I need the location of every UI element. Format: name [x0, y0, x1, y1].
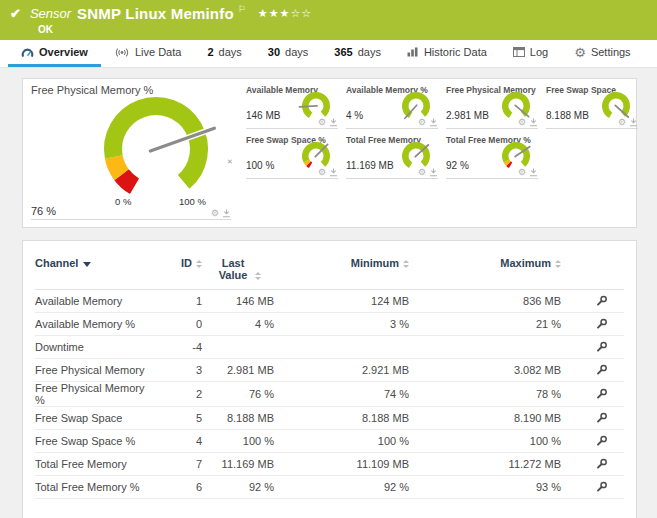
broadcast-icon [114, 47, 130, 58]
gauge-tile: Free Physical Memory2.981 MB⚙ [446, 83, 538, 129]
gauge-value: 100 % [246, 160, 274, 171]
gear-icon[interactable]: ⚙ [318, 118, 326, 127]
pin-icon[interactable] [529, 168, 538, 177]
main-gauge-tile: Free Physical Memory % ✕ 0 % 100 % 76 % … [31, 84, 231, 220]
minimum-cell: 74 % [274, 388, 409, 400]
check-icon: ✔ [10, 6, 21, 21]
table-row: Free Swap Space %4100 %100 %100 % [35, 430, 624, 453]
channel-cell: Total Free Memory [35, 458, 157, 470]
gear-icon[interactable]: ⚙ [518, 168, 526, 177]
channel-cell: Available Memory [35, 295, 157, 307]
pin-icon[interactable] [429, 168, 438, 177]
channel-cell: Downtime [35, 341, 157, 353]
column-header-last-value[interactable]: Last Value [202, 257, 274, 281]
tab-settings[interactable]: ⚙ Settings [561, 40, 643, 67]
pin-icon[interactable] [222, 209, 231, 218]
table-row: Free Physical Memory32.981 MB2.921 MB3.0… [35, 359, 624, 382]
gauge-scale-max: 100 % [179, 196, 206, 207]
last-value-cell: 2.981 MB [202, 364, 274, 376]
gauge-icon [21, 47, 34, 58]
pin-icon[interactable] [529, 118, 538, 127]
tab-label: days [358, 46, 381, 58]
gear-icon[interactable]: ⚙ [518, 118, 526, 127]
maximum-cell: 3.082 MB [409, 364, 561, 376]
minimum-cell: 92 % [274, 481, 409, 493]
gauge-actions: ⚙ [211, 209, 231, 218]
maximum-cell: 100 % [409, 435, 561, 447]
channel-cell: Free Physical Memory % [35, 382, 157, 406]
table-row: Total Free Memory711.169 MB11.109 MB11.2… [35, 453, 624, 476]
channel-settings-icon[interactable] [595, 341, 608, 353]
minimum-cell: 100 % [274, 435, 409, 447]
tab-historic-data[interactable]: Historic Data [394, 40, 500, 67]
column-header-minimum[interactable]: Minimum [274, 257, 409, 269]
gear-icon[interactable]: ⚙ [618, 118, 626, 127]
tab-live-data[interactable]: Live Data [101, 40, 194, 67]
tab-30-days[interactable]: 30days [255, 40, 322, 67]
last-value-cell: 76 % [202, 388, 274, 400]
table-row: Free Physical Memory %276 %74 %78 % [35, 382, 624, 407]
channel-settings-icon[interactable] [595, 388, 608, 400]
channel-table-body: Available Memory1146 MB124 MB836 MBAvail… [35, 290, 624, 499]
chart-icon [407, 47, 419, 57]
gear-icon[interactable]: ⚙ [318, 168, 326, 177]
pin-icon[interactable] [329, 168, 338, 177]
sort-desc-icon [83, 262, 91, 267]
id-cell: 1 [157, 295, 202, 307]
channel-settings-icon[interactable] [595, 458, 608, 470]
channel-settings-icon[interactable] [595, 412, 608, 424]
gauge-tile: Free Swap Space8.188 MB⚙ [546, 83, 638, 129]
peak-marker-icon: ✕ [227, 158, 233, 166]
tab-2-days[interactable]: 2days [194, 40, 254, 67]
gauge-needle [300, 106, 317, 107]
gear-icon[interactable]: ⚙ [211, 209, 219, 218]
channel-cell: Total Free Memory % [35, 481, 157, 493]
main-gauge-value: 76 % [31, 205, 56, 217]
tab-overview[interactable]: Overview [8, 40, 101, 67]
channel-settings-icon[interactable] [595, 364, 608, 376]
gauge-value: 2.981 MB [446, 110, 489, 121]
id-cell: 6 [157, 481, 202, 493]
channel-settings-icon[interactable] [595, 295, 608, 307]
pin-icon[interactable] [629, 118, 638, 127]
tab-bar: Overview Live Data 2days 30days 365days … [0, 40, 657, 68]
last-value-cell: 146 MB [202, 295, 274, 307]
sort-icon [255, 272, 261, 280]
last-value-cell: 92 % [202, 481, 274, 493]
gauge-actions: ⚙ [418, 168, 438, 177]
column-header-id[interactable]: ID [157, 257, 202, 269]
gear-icon[interactable]: ⚙ [418, 168, 426, 177]
channel-table-header: Channel ID Last Value Minimum Maximum [35, 253, 624, 290]
pin-icon[interactable] [429, 118, 438, 127]
column-header-maximum[interactable]: Maximum [409, 257, 561, 269]
id-cell: -4 [157, 341, 202, 353]
gauge-value: 92 % [446, 160, 469, 171]
channel-cell: Free Swap Space [35, 412, 157, 424]
channel-settings-icon[interactable] [595, 481, 608, 493]
table-row: Downtime-4 [35, 336, 624, 359]
channel-settings-icon[interactable] [595, 435, 608, 447]
last-value-cell: 8.188 MB [202, 412, 274, 424]
priority-stars[interactable]: ★★★☆☆ [258, 7, 312, 20]
tab-log[interactable]: Log [500, 40, 561, 67]
tab-label: Settings [591, 46, 631, 58]
minimum-cell: 2.921 MB [274, 364, 409, 376]
gauge-actions: ⚙ [618, 118, 638, 127]
gear-icon[interactable]: ⚙ [418, 118, 426, 127]
pin-icon[interactable] [329, 118, 338, 127]
maximum-cell: 21 % [409, 318, 561, 330]
maximum-cell: 8.190 MB [409, 412, 561, 424]
main-gauge [71, 92, 221, 206]
channel-cell: Free Physical Memory [35, 364, 157, 376]
channel-settings-icon[interactable] [595, 318, 608, 330]
flag-icon[interactable]: ⚐ [238, 4, 246, 14]
id-cell: 4 [157, 435, 202, 447]
tab-label: days [285, 46, 308, 58]
last-value-cell: 4 % [202, 318, 274, 330]
tab-label: Live Data [135, 46, 181, 58]
gauge-tile: Free Swap Space %100 %⚙ [246, 133, 338, 179]
column-header-channel[interactable]: Channel [35, 257, 157, 269]
tab-label: days [219, 46, 242, 58]
tab-365-days[interactable]: 365days [321, 40, 394, 67]
table-row: Available Memory %04 %3 %21 % [35, 313, 624, 336]
